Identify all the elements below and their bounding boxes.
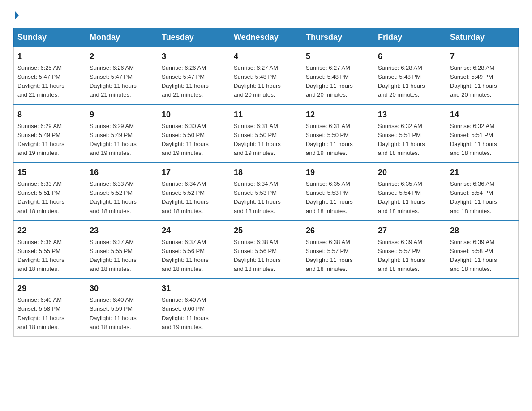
logo-arrow-icon — [15, 11, 19, 20]
calendar-day-cell: 2Sunrise: 6:26 AMSunset: 5:47 PMDaylight… — [86, 47, 158, 105]
weekday-header-row: SundayMondayTuesdayWednesdayThursdayFrid… — [14, 28, 519, 47]
day-info: Sunrise: 6:29 AMSunset: 5:49 PMDaylight:… — [17, 122, 82, 158]
calendar-day-cell: 17Sunrise: 6:34 AMSunset: 5:52 PMDayligh… — [158, 163, 230, 221]
calendar-day-cell: 21Sunrise: 6:36 AMSunset: 5:54 PMDayligh… — [446, 163, 518, 221]
calendar-day-cell: 29Sunrise: 6:40 AMSunset: 5:58 PMDayligh… — [14, 278, 86, 336]
day-info: Sunrise: 6:34 AMSunset: 5:52 PMDaylight:… — [162, 180, 226, 216]
calendar-day-cell: 9Sunrise: 6:29 AMSunset: 5:49 PMDaylight… — [86, 105, 158, 163]
calendar-day-cell: 14Sunrise: 6:32 AMSunset: 5:51 PMDayligh… — [446, 105, 518, 163]
day-number: 24 — [162, 225, 226, 237]
day-info: Sunrise: 6:27 AMSunset: 5:48 PMDaylight:… — [306, 64, 370, 100]
day-info: Sunrise: 6:38 AMSunset: 5:57 PMDaylight:… — [306, 238, 370, 274]
day-info: Sunrise: 6:26 AMSunset: 5:47 PMDaylight:… — [162, 64, 226, 100]
day-number: 1 — [17, 51, 82, 63]
day-info: Sunrise: 6:35 AMSunset: 5:53 PMDaylight:… — [306, 180, 370, 216]
calendar-day-cell: 24Sunrise: 6:37 AMSunset: 5:56 PMDayligh… — [158, 221, 230, 279]
day-number: 9 — [90, 109, 154, 121]
calendar-day-cell: 25Sunrise: 6:38 AMSunset: 5:56 PMDayligh… — [230, 221, 302, 279]
day-info: Sunrise: 6:34 AMSunset: 5:53 PMDaylight:… — [234, 180, 298, 216]
logo — [13, 9, 19, 21]
day-number: 15 — [17, 167, 82, 179]
day-info: Sunrise: 6:28 AMSunset: 5:48 PMDaylight:… — [378, 64, 442, 100]
day-info: Sunrise: 6:31 AMSunset: 5:50 PMDaylight:… — [306, 122, 370, 158]
day-info: Sunrise: 6:33 AMSunset: 5:52 PMDaylight:… — [90, 180, 154, 216]
day-number: 8 — [17, 109, 82, 121]
day-number: 27 — [378, 225, 442, 237]
day-number: 30 — [90, 283, 154, 295]
calendar-day-cell: 31Sunrise: 6:40 AMSunset: 6:00 PMDayligh… — [158, 278, 230, 336]
day-info: Sunrise: 6:33 AMSunset: 5:51 PMDaylight:… — [17, 180, 82, 216]
page-header — [13, 9, 519, 21]
day-info: Sunrise: 6:37 AMSunset: 5:55 PMDaylight:… — [90, 238, 154, 274]
calendar-week-row: 8Sunrise: 6:29 AMSunset: 5:49 PMDaylight… — [14, 105, 519, 163]
calendar-week-row: 1Sunrise: 6:25 AMSunset: 5:47 PMDaylight… — [14, 47, 519, 105]
day-info: Sunrise: 6:25 AMSunset: 5:47 PMDaylight:… — [17, 64, 82, 100]
calendar-day-cell — [374, 278, 446, 336]
day-info: Sunrise: 6:39 AMSunset: 5:58 PMDaylight:… — [450, 238, 515, 274]
calendar-day-cell: 3Sunrise: 6:26 AMSunset: 5:47 PMDaylight… — [158, 47, 230, 105]
day-number: 29 — [17, 283, 82, 295]
calendar-day-cell: 5Sunrise: 6:27 AMSunset: 5:48 PMDaylight… — [302, 47, 374, 105]
day-info: Sunrise: 6:30 AMSunset: 5:50 PMDaylight:… — [162, 122, 226, 158]
calendar-table: SundayMondayTuesdayWednesdayThursdayFrid… — [13, 28, 519, 337]
calendar-day-cell — [302, 278, 374, 336]
day-info: Sunrise: 6:40 AMSunset: 5:59 PMDaylight:… — [90, 295, 154, 332]
day-info: Sunrise: 6:36 AMSunset: 5:55 PMDaylight:… — [17, 238, 82, 274]
day-info: Sunrise: 6:28 AMSunset: 5:49 PMDaylight:… — [450, 64, 515, 100]
calendar-day-cell: 15Sunrise: 6:33 AMSunset: 5:51 PMDayligh… — [14, 163, 86, 221]
weekday-header-wednesday: Wednesday — [230, 28, 302, 47]
calendar-week-row: 15Sunrise: 6:33 AMSunset: 5:51 PMDayligh… — [14, 163, 519, 221]
day-info: Sunrise: 6:39 AMSunset: 5:57 PMDaylight:… — [378, 238, 442, 274]
day-number: 28 — [450, 225, 515, 237]
day-info: Sunrise: 6:32 AMSunset: 5:51 PMDaylight:… — [378, 122, 442, 158]
logo-general-line — [13, 12, 19, 21]
day-number: 25 — [234, 225, 298, 237]
day-info: Sunrise: 6:38 AMSunset: 5:56 PMDaylight:… — [234, 238, 298, 274]
day-number: 17 — [162, 167, 226, 179]
calendar-week-row: 22Sunrise: 6:36 AMSunset: 5:55 PMDayligh… — [14, 221, 519, 279]
day-number: 22 — [17, 225, 82, 237]
calendar-day-cell: 7Sunrise: 6:28 AMSunset: 5:49 PMDaylight… — [446, 47, 518, 105]
calendar-day-cell — [446, 278, 518, 336]
calendar-day-cell: 19Sunrise: 6:35 AMSunset: 5:53 PMDayligh… — [302, 163, 374, 221]
day-info: Sunrise: 6:26 AMSunset: 5:47 PMDaylight:… — [90, 64, 154, 100]
day-info: Sunrise: 6:36 AMSunset: 5:54 PMDaylight:… — [450, 180, 515, 216]
day-info: Sunrise: 6:40 AMSunset: 6:00 PMDaylight:… — [162, 295, 226, 332]
day-info: Sunrise: 6:29 AMSunset: 5:49 PMDaylight:… — [90, 122, 154, 158]
weekday-header-tuesday: Tuesday — [158, 28, 230, 47]
calendar-day-cell: 13Sunrise: 6:32 AMSunset: 5:51 PMDayligh… — [374, 105, 446, 163]
day-info: Sunrise: 6:35 AMSunset: 5:54 PMDaylight:… — [378, 180, 442, 216]
calendar-week-row: 29Sunrise: 6:40 AMSunset: 5:58 PMDayligh… — [14, 278, 519, 336]
calendar-day-cell: 12Sunrise: 6:31 AMSunset: 5:50 PMDayligh… — [302, 105, 374, 163]
day-number: 23 — [90, 225, 154, 237]
day-info: Sunrise: 6:32 AMSunset: 5:51 PMDaylight:… — [450, 122, 515, 158]
calendar-day-cell: 26Sunrise: 6:38 AMSunset: 5:57 PMDayligh… — [302, 221, 374, 279]
day-number: 4 — [234, 51, 298, 63]
calendar-day-cell: 27Sunrise: 6:39 AMSunset: 5:57 PMDayligh… — [374, 221, 446, 279]
calendar-day-cell: 10Sunrise: 6:30 AMSunset: 5:50 PMDayligh… — [158, 105, 230, 163]
weekday-header-monday: Monday — [86, 28, 158, 47]
calendar-day-cell: 6Sunrise: 6:28 AMSunset: 5:48 PMDaylight… — [374, 47, 446, 105]
calendar-day-cell: 18Sunrise: 6:34 AMSunset: 5:53 PMDayligh… — [230, 163, 302, 221]
day-number: 2 — [90, 51, 154, 63]
calendar-day-cell: 30Sunrise: 6:40 AMSunset: 5:59 PMDayligh… — [86, 278, 158, 336]
day-number: 5 — [306, 51, 370, 63]
day-number: 13 — [378, 109, 442, 121]
day-number: 10 — [162, 109, 226, 121]
day-number: 14 — [450, 109, 515, 121]
day-number: 6 — [378, 51, 442, 63]
weekday-header-sunday: Sunday — [14, 28, 86, 47]
day-number: 26 — [306, 225, 370, 237]
calendar-day-cell: 23Sunrise: 6:37 AMSunset: 5:55 PMDayligh… — [86, 221, 158, 279]
calendar-day-cell — [230, 278, 302, 336]
day-info: Sunrise: 6:27 AMSunset: 5:48 PMDaylight:… — [234, 64, 298, 100]
day-number: 11 — [234, 109, 298, 121]
day-number: 21 — [450, 167, 515, 179]
calendar-day-cell: 22Sunrise: 6:36 AMSunset: 5:55 PMDayligh… — [14, 221, 86, 279]
day-info: Sunrise: 6:37 AMSunset: 5:56 PMDaylight:… — [162, 238, 226, 274]
calendar-day-cell: 8Sunrise: 6:29 AMSunset: 5:49 PMDaylight… — [14, 105, 86, 163]
weekday-header-saturday: Saturday — [446, 28, 518, 47]
day-info: Sunrise: 6:40 AMSunset: 5:58 PMDaylight:… — [17, 295, 82, 332]
weekday-header-friday: Friday — [374, 28, 446, 47]
day-number: 7 — [450, 51, 515, 63]
